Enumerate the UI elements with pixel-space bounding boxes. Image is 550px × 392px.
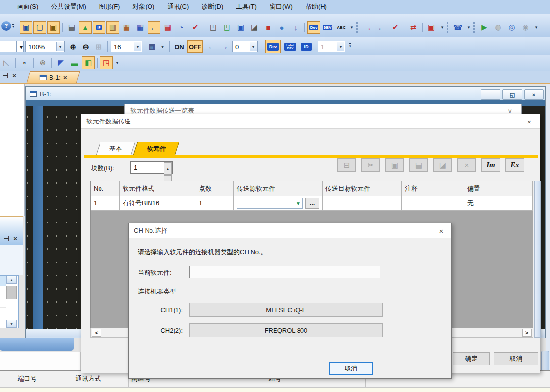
chevron-down-icon[interactable]: ▾ xyxy=(337,42,344,51)
device-comment-icon[interactable]: Dev xyxy=(307,21,320,34)
simulator-stop-icon[interactable]: ◉ xyxy=(519,21,532,34)
scrollbar-thumb[interactable] xyxy=(6,286,17,299)
cancel-button[interactable]: 取消 xyxy=(494,352,538,365)
toolbar-overflow-icon[interactable]: ▾ xyxy=(533,21,540,34)
source-device-combo[interactable]: ▼ xyxy=(237,198,303,209)
read-from-got-icon[interactable]: ← xyxy=(375,21,388,34)
new-window-screen-icon[interactable]: ▢ xyxy=(33,21,46,34)
edge-icon[interactable]: ◺ xyxy=(0,56,13,69)
preview-window-icon[interactable]: ◳ xyxy=(207,21,220,34)
export-icon[interactable]: Ex xyxy=(505,158,524,172)
table-cell-format[interactable]: 有符号BIN16 xyxy=(120,196,196,211)
menu-window[interactable]: 窗口(W) xyxy=(263,0,299,14)
text-list-icon[interactable]: ABC xyxy=(335,21,348,34)
zoom-out-icon[interactable]: ⊖ xyxy=(79,40,92,53)
tab-close-icon[interactable]: × xyxy=(63,74,67,81)
io-list-row[interactable] xyxy=(0,387,550,392)
table-cell-offset[interactable]: 无 xyxy=(464,196,533,211)
table-cell-target[interactable] xyxy=(323,196,402,211)
network-config-icon[interactable]: ▣ xyxy=(425,21,438,34)
zoom-in-icon[interactable]: ⊕ xyxy=(67,40,79,53)
block-insert-icon[interactable]: ⊟ xyxy=(337,158,356,172)
channel-combo[interactable]: 1▾ xyxy=(318,41,345,52)
screen-select-combo[interactable] xyxy=(0,41,16,52)
close-icon[interactable]: × xyxy=(437,226,446,235)
menu-screen[interactable]: 画面(S) xyxy=(11,0,45,14)
grid-display-icon[interactable]: ▦ xyxy=(145,40,159,53)
table-vertical-scrollbar[interactable] xyxy=(534,181,541,338)
screen-select-icon[interactable]: ▣ xyxy=(234,21,247,34)
ok-button[interactable]: 确定 xyxy=(453,352,490,365)
menu-help[interactable]: 帮助(H) xyxy=(299,0,333,14)
system-save-icon[interactable]: ◪ xyxy=(248,21,261,34)
minimize-button[interactable]: ─ xyxy=(481,89,500,100)
object-info-icon[interactable]: ▲ xyxy=(79,21,92,34)
data-transfer-icon[interactable]: ← xyxy=(148,21,160,34)
grid-dropdown-icon[interactable]: ▾ xyxy=(159,40,166,53)
toolbar-overflow-icon[interactable]: ▾ xyxy=(465,21,472,34)
cut-icon[interactable]: ✂ xyxy=(361,158,380,172)
import-icon[interactable]: Im xyxy=(481,158,500,172)
globe-upload-icon[interactable]: ● xyxy=(275,21,288,34)
scroll-right-icon[interactable]: > xyxy=(522,329,532,337)
menu-tools[interactable]: 工具(T) xyxy=(229,0,263,14)
grid-size-combo[interactable]: 16▾ xyxy=(111,41,142,52)
list-item[interactable] xyxy=(0,307,6,317)
zoom-fit-icon[interactable]: ⊞ xyxy=(92,40,105,53)
export-doc-icon[interactable]: ↓ xyxy=(289,21,302,34)
data-check-icon[interactable]: ▦ xyxy=(161,21,174,34)
previous-screen-icon[interactable]: ← xyxy=(206,40,218,53)
paste-icon[interactable]: ▤ xyxy=(409,158,428,172)
select-arrow-icon[interactable]: ◤ xyxy=(54,56,67,69)
current-device-field[interactable] xyxy=(189,266,380,278)
block-count-stepper[interactable]: 1 ▲ ▼ xyxy=(130,161,173,174)
select-all-icon[interactable]: ◧ xyxy=(82,56,95,69)
vertex-edit-icon[interactable]: N xyxy=(18,56,31,69)
table-cell-comment[interactable] xyxy=(402,196,464,211)
dialog-title-bar[interactable]: 软元件数据传送 xyxy=(81,114,540,129)
scroll-down-icon[interactable]: ▼ xyxy=(6,320,17,328)
toolbar-overflow-icon[interactable]: ▾ xyxy=(349,21,355,34)
zoom-level-combo[interactable]: 100%▾ xyxy=(25,41,65,52)
capture-window-icon[interactable]: ◳ xyxy=(100,56,113,69)
close-icon[interactable]: × xyxy=(525,117,534,126)
window-title-bar[interactable]: B-1: xyxy=(26,87,545,100)
device-display-button[interactable]: Dev xyxy=(265,40,281,53)
scroll-left-icon[interactable]: < xyxy=(92,329,101,337)
list-item[interactable] xyxy=(0,276,6,286)
toolbar-overflow-icon[interactable]: ▾ xyxy=(439,21,446,34)
menu-communication[interactable]: 通讯(C) xyxy=(161,0,195,14)
close-button[interactable]: × xyxy=(524,89,544,100)
simulator-start-icon[interactable]: ▶ xyxy=(478,21,491,34)
close-icon[interactable]: × xyxy=(13,235,17,242)
tab-basic[interactable]: 基本 xyxy=(96,142,136,155)
cancel-button[interactable]: 取消 xyxy=(329,362,373,375)
delete-icon[interactable]: × xyxy=(457,158,476,172)
simulator-watch-icon[interactable]: ◎ xyxy=(505,21,518,34)
pin-icon[interactable]: ⊣ xyxy=(3,72,8,79)
menu-common-settings[interactable]: 公共设置(M) xyxy=(45,0,93,14)
tab-device[interactable]: 软元件 xyxy=(133,142,180,155)
toolbar-overflow-icon[interactable]: ▾ xyxy=(349,44,351,49)
list-item[interactable] xyxy=(0,287,6,296)
erase-icon[interactable]: ◪ xyxy=(433,158,452,172)
menu-object[interactable]: 对象(O) xyxy=(126,0,161,14)
device-on-button[interactable]: ON xyxy=(173,40,186,53)
device-list-icon[interactable]: DEV xyxy=(321,21,334,34)
list-item[interactable] xyxy=(0,297,6,307)
simulator-update-icon[interactable]: ◍ xyxy=(492,21,504,34)
window-display-icon[interactable]: ◳ xyxy=(221,21,233,34)
ch2-select-button[interactable]: FREQROL 800 xyxy=(189,323,383,337)
data-verify-icon[interactable]: ✔ xyxy=(189,21,201,34)
toolbar-overflow-icon[interactable]: ▾ xyxy=(12,24,14,29)
screen-properties-icon[interactable]: ▣ xyxy=(47,21,60,34)
chevron-down-icon[interactable]: ▾ xyxy=(134,42,141,51)
ch1-select-button[interactable]: MELSEC iQ-F xyxy=(189,303,383,317)
device-off-button[interactable]: OFF xyxy=(187,40,203,53)
chevron-down-icon[interactable]: ▾ xyxy=(250,42,257,51)
menu-diagnostics[interactable]: 诊断(D) xyxy=(195,0,229,14)
dialog-title-bar[interactable]: CH No.选择 xyxy=(129,223,451,238)
library-icon[interactable]: ▥ xyxy=(106,21,119,34)
scroll-up-icon[interactable]: ▲ xyxy=(6,276,17,284)
toolbar-overflow-icon[interactable]: ▾ xyxy=(114,56,121,69)
